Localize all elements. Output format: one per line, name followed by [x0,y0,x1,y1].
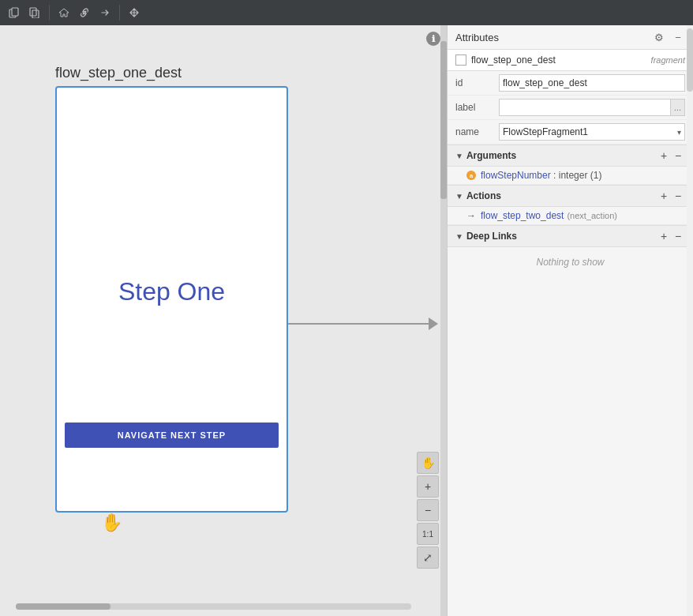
label-input[interactable] [499,99,671,116]
attributes-header-icons: ⚙ − [652,30,685,44]
arguments-add-button[interactable]: + [657,148,671,163]
name-dropdown-arrow: ▾ [677,128,681,137]
navigate-next-step-button[interactable]: NAVIGATE NEXT STEP [65,423,279,448]
zoom-out-button[interactable]: − [417,499,439,521]
svg-rect-2 [30,8,36,16]
forward-icon[interactable] [97,5,113,21]
argument-name: flowStepNumber [481,170,551,181]
svg-rect-3 [32,10,39,18]
phone-screen: Step One NAVIGATE NEXT STEP [57,88,287,511]
vertical-scroll-divider[interactable] [440,25,447,616]
attributes-header: Attributes ⚙ − [448,25,693,50]
attributes-settings-icon[interactable]: ⚙ [652,30,666,44]
link-icon[interactable] [77,5,92,21]
deep-links-remove-button[interactable]: − [671,229,685,243]
scrollbar-thumb[interactable] [16,603,111,610]
deep-links-empty-state: Nothing to show [448,247,693,277]
phone-frame[interactable]: Step One NAVIGATE NEXT STEP [55,86,288,513]
argument-type-indicator: a [466,171,476,180]
cursor-indicator: ✋ [101,513,122,533]
attributes-panel-scrollbar-thumb[interactable] [687,28,693,92]
label-label: label [455,102,499,113]
action-destination: flow_step_two_dest [481,210,564,221]
id-attribute-row: id [448,71,693,96]
id-label: id [455,77,499,88]
arrow-head [429,317,438,330]
info-icon[interactable]: ℹ [426,32,440,46]
actions-section-header: ▼ Actions + − [448,185,693,207]
attributes-panel: Attributes ⚙ − flow_step_one_dest fragme… [447,25,693,616]
name-dropdown[interactable]: FlowStepFragment1 ▾ [499,123,685,141]
attributes-close-icon[interactable]: − [671,30,685,44]
canvas-horizontal-scrollbar[interactable] [16,603,411,610]
actions-section-title: Actions [466,190,657,201]
deep-links-collapse-icon[interactable]: ▼ [455,232,463,241]
fragment-node-label: flow_step_one_dest [55,65,288,81]
name-label: name [455,126,499,137]
canvas-area[interactable]: ℹ flow_step_one_dest Step One NAVIGATE N… [0,25,447,616]
name-dropdown-value: FlowStepFragment1 [503,126,588,137]
main-area: ℹ flow_step_one_dest Step One NAVIGATE N… [0,25,693,616]
divider-2 [119,5,120,21]
attributes-panel-scrollbar[interactable] [687,25,693,616]
actions-add-button[interactable]: + [657,189,671,203]
divider-1 [49,5,50,21]
deep-links-section-header: ▼ Deep Links + − [448,225,693,247]
deep-links-add-button[interactable]: + [657,229,671,243]
zoom-reset-button[interactable]: 1:1 [417,523,439,545]
fragment-name-row: flow_step_one_dest fragment [448,50,693,71]
step-one-text: Step One [118,277,225,306]
toolbar [0,0,693,25]
fit-screen-button[interactable]: ⤢ [417,547,439,569]
deep-links-section-title: Deep Links [466,231,657,242]
arrow-line [288,323,429,325]
vertical-scroll-thumb[interactable] [440,41,447,199]
copy-icon[interactable] [6,5,22,21]
fragment-type-badge: fragment [651,55,685,65]
arguments-section-header: ▼ Arguments + − [448,145,693,167]
svg-rect-1 [12,8,18,16]
hand-tool-button[interactable]: ✋ [417,452,439,474]
zoom-controls: ✋ + − 1:1 ⤢ [417,452,439,569]
id-input[interactable] [499,74,685,92]
move-icon[interactable] [126,5,142,21]
paste-icon[interactable] [27,5,43,21]
fragment-name-text: flow_step_one_dest [471,54,651,66]
arguments-collapse-icon[interactable]: ▼ [455,152,463,160]
attributes-title: Attributes [455,32,499,43]
actions-collapse-icon[interactable]: ▼ [455,192,463,201]
arguments-remove-button[interactable]: − [671,148,685,163]
argument-text: flowStepNumber : integer (1) [481,170,601,181]
home-icon[interactable] [56,5,72,21]
argument-item[interactable]: a flowStepNumber : integer (1) [448,167,693,185]
action-name: (next_action) [567,211,617,220]
fragment-node[interactable]: flow_step_one_dest Step One NAVIGATE NEX… [55,65,288,513]
name-attribute-row: name FlowStepFragment1 ▾ [448,120,693,145]
action-item[interactable]: → flow_step_two_dest (next_action) [448,207,693,225]
navigation-arrow [288,316,438,332]
arguments-section-title: Arguments [466,150,657,161]
actions-remove-button[interactable]: − [671,189,685,203]
argument-type: : integer (1) [553,170,601,181]
zoom-in-button[interactable]: + [417,475,439,498]
label-attribute-row: label … [448,96,693,120]
action-arrow-icon: → [466,210,476,221]
label-edit-icon[interactable]: … [671,99,685,116]
fragment-file-icon [455,54,466,66]
